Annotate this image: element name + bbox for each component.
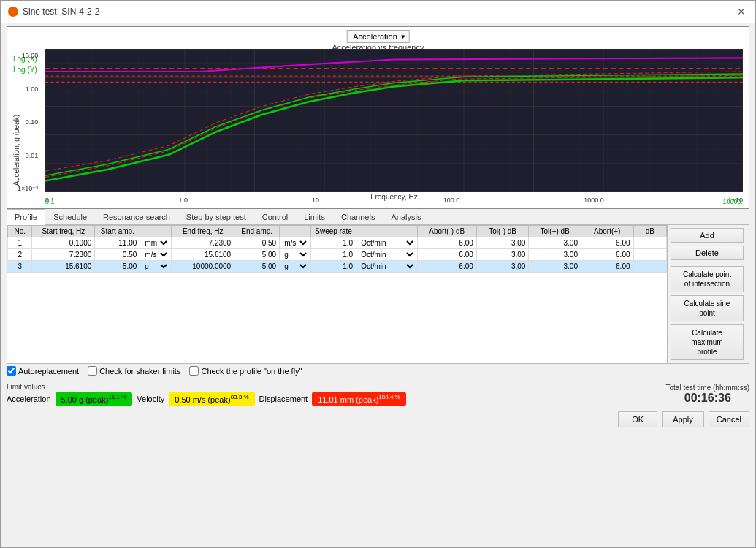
row3-start-amp-input[interactable]: [96, 262, 138, 270]
row1-abort-plus[interactable]: [581, 237, 633, 249]
row2-start-unit-select[interactable]: mmm/sg: [142, 250, 169, 259]
row2-abort-plus[interactable]: [581, 249, 633, 261]
row1-sweep[interactable]: [311, 237, 356, 249]
row1-start-amp[interactable]: [95, 237, 140, 249]
check-shaker-checkbox[interactable]: [88, 366, 97, 376]
row3-abort-plus[interactable]: [581, 261, 633, 273]
row2-end-freq[interactable]: [172, 249, 234, 261]
close-button[interactable]: ✕: [735, 5, 748, 18]
tab-limits[interactable]: Limits: [296, 209, 333, 224]
row2-sweep[interactable]: [311, 249, 356, 261]
row3-end-unit-select[interactable]: mmm/sg: [281, 262, 309, 271]
table-body: 1 mmm/sg mmm/sg Oct/minHz/min: [8, 237, 667, 273]
tab-step-by-step[interactable]: Step by step test: [178, 209, 254, 224]
row3-sweep-input[interactable]: [313, 262, 354, 270]
row3-tol-minus-input[interactable]: [478, 262, 527, 270]
row3-sweep-unit-select[interactable]: Oct/minHz/min: [358, 262, 416, 271]
row3-start-freq-input[interactable]: [34, 262, 93, 270]
row2-end-freq-input[interactable]: [173, 251, 232, 259]
row1-abort-minus[interactable]: [417, 237, 476, 249]
row3-sweep[interactable]: [311, 261, 356, 273]
row3-tol-plus-input[interactable]: [530, 262, 579, 270]
row1-end-unit[interactable]: mmm/sg: [280, 237, 311, 249]
row1-start-amp-input[interactable]: [96, 239, 138, 247]
row2-abort-plus-input[interactable]: [583, 251, 632, 259]
row1-start-freq-input[interactable]: [34, 239, 93, 247]
row1-end-amp-input[interactable]: [236, 239, 278, 247]
row3-start-freq[interactable]: [32, 261, 95, 273]
row1-abort-minus-input[interactable]: [419, 239, 475, 247]
row1-tol-plus-input[interactable]: [530, 239, 579, 247]
row3-abort-minus[interactable]: [417, 261, 476, 273]
row2-end-amp[interactable]: [234, 249, 280, 261]
row3-start-unit-select[interactable]: mmm/sg: [142, 262, 169, 271]
row1-start-unit-select[interactable]: mmm/sg: [142, 238, 169, 248]
row1-tol-minus[interactable]: [476, 237, 529, 249]
row2-end-unit[interactable]: mmm/sg: [280, 249, 311, 261]
autoreplacement-checkbox[interactable]: [7, 366, 16, 376]
tab-profile[interactable]: Profile: [7, 209, 45, 225]
th-end-unit: [280, 226, 311, 237]
row2-tol-plus-input[interactable]: [530, 251, 579, 259]
row2-abort-minus[interactable]: [417, 249, 476, 261]
row3-sweep-unit[interactable]: Oct/minHz/min: [356, 261, 418, 273]
row1-abort-plus-input[interactable]: [583, 239, 632, 247]
cancel-button[interactable]: Cancel: [709, 411, 749, 427]
row2-sweep-unit-select[interactable]: Oct/minHz/min: [358, 250, 416, 259]
check-profile-checkbox[interactable]: [189, 366, 199, 376]
row2-sweep-input[interactable]: [313, 251, 354, 259]
row2-tol-minus[interactable]: [476, 249, 529, 261]
row3-abort-minus-input[interactable]: [419, 262, 475, 270]
row1-end-unit-select[interactable]: mmm/sg: [281, 238, 309, 248]
row2-start-freq[interactable]: [32, 249, 95, 261]
tab-resonance[interactable]: Resonance search: [95, 209, 178, 224]
row1-start-unit[interactable]: mmm/sg: [140, 237, 172, 249]
row1-tol-minus-input[interactable]: [478, 239, 527, 247]
table-row-selected: 3 mmm/sg mmm/sg Oct/minHz/min: [8, 261, 667, 273]
tab-schedule[interactable]: Schedule: [45, 209, 95, 224]
row1-end-freq[interactable]: [172, 237, 234, 249]
row3-end-unit[interactable]: mmm/sg: [280, 261, 311, 273]
check-shaker-checkbox-label[interactable]: Check for shaker limits: [88, 366, 180, 376]
app-icon: [8, 7, 18, 17]
calc-max-profile-button[interactable]: Calculatemaximumprofile: [671, 324, 744, 360]
row2-start-freq-input[interactable]: [34, 251, 93, 259]
tab-analysis[interactable]: Analysis: [383, 209, 429, 224]
row2-sweep-unit[interactable]: Oct/minHz/min: [356, 249, 418, 261]
row3-end-freq[interactable]: [172, 261, 234, 273]
row2-start-unit[interactable]: mmm/sg: [140, 249, 172, 261]
row3-end-amp-input[interactable]: [236, 262, 278, 270]
row1-tol-plus[interactable]: [529, 237, 581, 249]
row1-end-amp[interactable]: [234, 237, 280, 249]
autoreplacement-checkbox-label[interactable]: Autoreplacement: [7, 366, 79, 376]
apply-button[interactable]: Apply: [662, 411, 704, 427]
calc-sine-point-button[interactable]: Calculate sinepoint: [671, 295, 744, 321]
row2-start-amp[interactable]: [95, 249, 140, 261]
row2-end-unit-select[interactable]: mmm/sg: [281, 250, 309, 259]
row1-sweep-input[interactable]: [313, 239, 354, 247]
acceleration-dropdown[interactable]: Acceleration: [346, 30, 410, 43]
delete-button[interactable]: Delete: [671, 246, 744, 260]
row1-end-freq-input[interactable]: [173, 239, 232, 247]
row1-sweep-unit-select[interactable]: Oct/minHz/min: [358, 238, 416, 248]
check-profile-checkbox-label[interactable]: Check the profile "on the fly": [189, 366, 302, 376]
tab-control[interactable]: Control: [254, 209, 296, 224]
row3-start-unit[interactable]: mmm/sg: [140, 261, 172, 273]
row3-end-freq-input[interactable]: [173, 262, 232, 270]
row1-sweep-unit[interactable]: Oct/minHz/min: [356, 237, 418, 249]
row3-start-amp[interactable]: [95, 261, 140, 273]
ok-button[interactable]: OK: [618, 411, 657, 427]
row1-start-freq[interactable]: [32, 237, 95, 249]
add-button[interactable]: Add: [671, 228, 744, 243]
row2-abort-minus-input[interactable]: [419, 251, 475, 259]
row3-tol-plus[interactable]: [529, 261, 581, 273]
row3-abort-plus-input[interactable]: [583, 262, 632, 270]
tab-channels[interactable]: Channels: [333, 209, 383, 224]
calc-intersection-button[interactable]: Calculate pointof intersection: [671, 266, 744, 292]
row2-start-amp-input[interactable]: [96, 251, 138, 259]
row2-tol-plus[interactable]: [529, 249, 581, 261]
row3-end-amp[interactable]: [234, 261, 280, 273]
row2-end-amp-input[interactable]: [236, 251, 278, 259]
row2-tol-minus-input[interactable]: [478, 251, 527, 259]
row3-tol-minus[interactable]: [476, 261, 529, 273]
